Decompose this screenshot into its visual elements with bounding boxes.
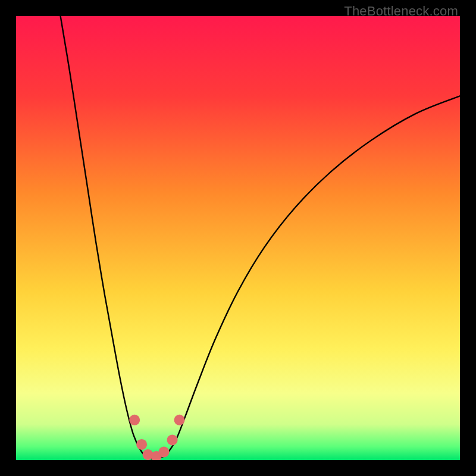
chart-frame [16,16,460,460]
bottleneck-curve-chart [16,16,460,460]
curve-marker [136,439,147,450]
gradient-background [16,16,460,460]
curve-marker [158,447,169,458]
watermark-text: TheBottleneck.com [344,4,458,19]
curve-marker [129,415,140,425]
curve-marker [167,434,178,445]
curve-marker [174,415,185,425]
